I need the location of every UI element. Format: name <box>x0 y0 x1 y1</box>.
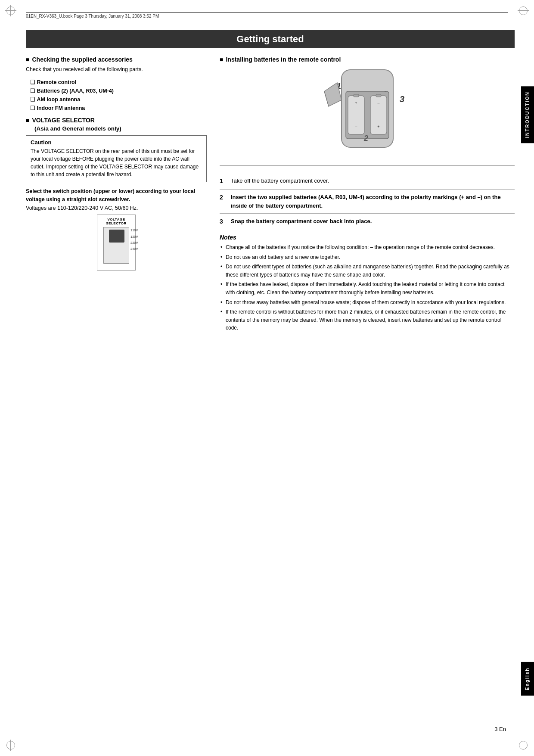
caution-title: Caution <box>31 139 202 146</box>
voltage-diagram: VOLTAGESELECTOR 110V 120V 220V 240V <box>97 215 136 271</box>
svg-rect-7 <box>376 94 381 97</box>
file-info: 01EN_RX-V363_U.book Page 3 Thursday, Jan… <box>26 14 159 19</box>
reg-mark-tr <box>518 5 529 16</box>
step-3-number: 3 <box>220 217 227 226</box>
page-header: 01EN_RX-V363_U.book Page 3 Thursday, Jan… <box>26 12 508 19</box>
svg-text:2: 2 <box>363 134 368 143</box>
check-item-3: AM loop antenna <box>30 95 207 104</box>
battery-illustration: + – – + 1 3 2 + – <box>298 65 436 160</box>
checking-heading: Checking the supplied accessories <box>26 56 207 63</box>
voltage-slider-knob <box>109 230 124 243</box>
step-2-text: Insert the two supplied batteries (AAA, … <box>231 193 515 210</box>
voltage-220: 220V <box>130 240 138 246</box>
caution-box: Caution The VOLTAGE SELECTOR on the rear… <box>26 135 207 182</box>
voltage-labels: 110V 120V 220V 240V <box>130 227 138 252</box>
note-3: Do not use different types of batteries … <box>220 263 515 279</box>
note-2: Do not use an old battery and a new one … <box>220 253 515 261</box>
step-2: 2 Insert the two supplied batteries (AAA… <box>220 189 515 213</box>
two-col-layout: Checking the supplied accessories Check … <box>26 56 515 334</box>
reg-mark-bl <box>5 740 16 751</box>
check-item-2: Batteries (2) (AAA, R03, UM-4) <box>30 87 207 95</box>
notes-list: Change all of the batteries if you notic… <box>220 243 515 332</box>
step-1-text: Take off the battery compartment cover. <box>231 177 329 185</box>
step-3: 3 Snap the battery compartment cover bac… <box>220 213 515 230</box>
svg-text:–: – <box>377 101 379 105</box>
side-tab: INTRODUCTION <box>521 86 534 143</box>
voltage-240: 240V <box>130 246 138 252</box>
voltage-diagram-label: VOLTAGESELECTOR <box>106 218 126 225</box>
main-content: Getting started Checking the supplied ac… <box>26 30 515 722</box>
reg-mark-tl <box>5 5 16 16</box>
svg-text:–: – <box>385 89 387 93</box>
installing-heading: Installing batteries in the remote contr… <box>220 56 515 63</box>
voltage-heading: VOLTAGE SELECTOR <box>26 117 207 124</box>
step-2-number: 2 <box>220 193 227 202</box>
svg-text:–: – <box>355 124 357 129</box>
left-column: Checking the supplied accessories Check … <box>26 56 207 271</box>
battery-image-area: + – – + 1 3 2 + – <box>220 65 515 166</box>
select-switch-text: Select the switch position (upper or low… <box>26 187 207 204</box>
note-6: If the remote control is without batteri… <box>220 308 515 332</box>
svg-text:+: + <box>355 101 357 105</box>
right-column: Installing batteries in the remote contr… <box>220 56 515 334</box>
notes-section: Notes Change all of the batteries if you… <box>220 234 515 332</box>
voltage-110: 110V <box>130 227 138 233</box>
reg-mark-br <box>518 740 529 751</box>
voltage-subheading: (Asia and General models only) <box>34 125 207 132</box>
caution-text: The VOLTAGE SELECTOR on the rear panel o… <box>31 147 202 178</box>
step-1-number: 1 <box>220 177 227 186</box>
step-3-text: Snap the battery compartment cover back … <box>231 217 372 226</box>
check-item-4: Indoor FM antenna <box>30 104 207 112</box>
lang-tab: English <box>521 662 534 696</box>
voltage-120: 120V <box>130 234 138 240</box>
svg-text:+: + <box>377 124 379 129</box>
svg-text:+: + <box>348 89 350 93</box>
voltages-text: Voltages are 110-120/220-240 V AC, 50/60… <box>26 205 207 211</box>
svg-text:3: 3 <box>400 94 404 104</box>
check-item-1: Remote control <box>30 78 207 87</box>
page-number: 3 En <box>494 726 506 732</box>
voltage-diagram-container: VOLTAGESELECTOR 110V 120V 220V 240V <box>26 215 207 271</box>
note-4: If the batteries have leaked, dispose of… <box>220 280 515 296</box>
page-title: Getting started <box>26 30 515 48</box>
note-1: Change all of the batteries if you notic… <box>220 243 515 252</box>
checklist: Remote control Batteries (2) (AAA, R03, … <box>30 78 207 112</box>
step-1: 1 Take off the battery compartment cover… <box>220 173 515 189</box>
note-5: Do not throw away batteries with general… <box>220 299 515 307</box>
voltage-slider-container: 110V 120V 220V 240V <box>103 227 129 264</box>
svg-rect-3 <box>354 94 359 97</box>
notes-title: Notes <box>220 234 515 241</box>
checking-body: Check that you received all of the follo… <box>26 65 207 74</box>
